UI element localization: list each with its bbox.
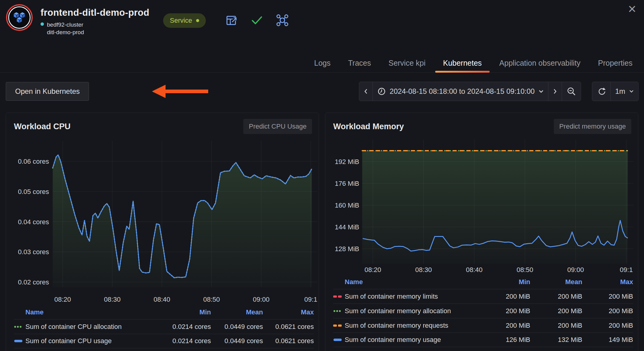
- time-range-button[interactable]: 2024-08-15 08:18:00 to 2024-08-15 09:10:…: [373, 82, 548, 101]
- tab-traces[interactable]: Traces: [348, 59, 371, 67]
- time-range-text: 2024-08-15 08:18:00 to 2024-08-15 09:10:…: [390, 87, 535, 96]
- svg-text:0.02 cores: 0.02 cores: [18, 278, 49, 286]
- magnifier-minus-icon: [567, 87, 576, 96]
- series-min: 200 MiB: [477, 322, 530, 330]
- legend-header-row: NameMinMeanMax: [14, 305, 314, 319]
- topology-map-icon[interactable]: [276, 14, 289, 27]
- tab-kubernetes[interactable]: Kubernetes: [443, 59, 482, 67]
- service-logo: [6, 4, 33, 31]
- memory-legend-table: NameMinMeanMaxSum of container memory li…: [325, 275, 638, 347]
- tab-service-kpi[interactable]: Service kpi: [389, 59, 426, 67]
- svg-text:08:50: 08:50: [203, 296, 220, 303]
- tab-application-observability[interactable]: Application observability: [499, 59, 580, 67]
- series-max: 200 MiB: [582, 307, 633, 315]
- series-min: 0.0214 cores: [158, 323, 211, 331]
- legend-col-min: Min: [158, 308, 211, 316]
- memory-chart[interactable]: 08:2008:3008:4008:5009:0009:1192 MiB176 …: [325, 136, 638, 275]
- cluster-subtitle: bedf92-cluster ditl-demo-prod: [41, 21, 149, 36]
- svg-text:09:00: 09:00: [253, 296, 269, 303]
- series-mean: 0.0449 cores: [211, 323, 263, 331]
- refresh-icon: [597, 87, 606, 96]
- series-max: 200 MiB: [582, 293, 633, 300]
- series-swatch-dots-green: [333, 309, 345, 313]
- cluster-status-dot: [41, 22, 44, 26]
- health-check-icon: [251, 15, 263, 25]
- series-mean: 200 MiB: [530, 293, 582, 300]
- predict-memory-usage-button[interactable]: Predict memory usage: [554, 119, 631, 134]
- cpu-panel-title: Workload CPU: [14, 122, 71, 131]
- svg-text:144 MiB: 144 MiB: [335, 223, 359, 231]
- svg-text:09:1: 09:1: [620, 266, 633, 274]
- legend-row[interactable]: Sum of container memory usage126 MiB132 …: [333, 333, 633, 347]
- series-min: 126 MiB: [477, 336, 530, 344]
- legend-col-mean: Mean: [530, 278, 582, 286]
- svg-text:0.03 cores: 0.03 cores: [18, 248, 49, 256]
- legend-row[interactable]: Sum of container CPU usage0.0214 cores0.…: [14, 334, 314, 348]
- workload-cpu-panel: Workload CPU Predict CPU Usage 08:2008:3…: [6, 113, 319, 351]
- series-mean: 132 MiB: [530, 336, 582, 344]
- tab-properties[interactable]: Properties: [598, 59, 632, 67]
- legend-col-name: Name: [345, 278, 477, 286]
- close-icon[interactable]: ×: [628, 2, 636, 16]
- series-name: Sum of container memory allocation: [345, 307, 477, 315]
- workload-memory-panel: Workload Memory Predict memory usage 08:…: [325, 113, 638, 351]
- page-title: frontend-ditl-demo-prod: [41, 7, 149, 18]
- badge-status-dot: [196, 19, 199, 22]
- cpu-chart[interactable]: 08:2008:3008:4008:5009:0009:10.06 cores0…: [6, 136, 319, 305]
- series-swatch-dash-orange: [333, 324, 345, 327]
- time-shift-forward-button[interactable]: [548, 82, 562, 101]
- svg-text:176 MiB: 176 MiB: [335, 180, 359, 187]
- chevron-down-icon: [629, 90, 634, 93]
- svg-text:09:1: 09:1: [304, 296, 317, 303]
- series-swatch-dash-red: [333, 295, 345, 298]
- svg-text:08:50: 08:50: [517, 266, 533, 274]
- annotation-arrow-icon: [151, 83, 209, 100]
- cluster-name: bedf92-cluster: [47, 21, 84, 28]
- legend-row[interactable]: Sum of container memory limits200 MiB200…: [333, 289, 633, 303]
- series-swatch-dots-green: [14, 325, 25, 329]
- svg-text:0.04 cores: 0.04 cores: [18, 218, 49, 226]
- tab-bar: LogsTracesService kpiKubernetesApplicati…: [0, 45, 644, 73]
- service-type-badge: Service: [163, 13, 205, 28]
- open-in-kubernetes-button[interactable]: Open in Kubernetes: [6, 82, 89, 101]
- time-shift-back-button[interactable]: [359, 82, 373, 101]
- series-mean: 0.0449 cores: [211, 337, 263, 345]
- legend-row[interactable]: Sum of container memory requests200 MiB2…: [333, 318, 633, 333]
- svg-text:08:30: 08:30: [104, 296, 120, 303]
- zoom-out-time-button[interactable]: [562, 82, 581, 101]
- refresh-button[interactable]: [592, 82, 610, 101]
- series-max: 0.0621 cores: [263, 323, 314, 331]
- tab-logs[interactable]: Logs: [314, 59, 330, 67]
- clock-icon: [377, 87, 386, 96]
- series-name: Sum of container memory requests: [345, 322, 477, 330]
- series-mean: 200 MiB: [530, 307, 582, 315]
- svg-text:08:20: 08:20: [364, 266, 381, 274]
- series-name: Sum of container CPU allocation: [25, 323, 158, 331]
- cpu-legend-table: NameMinMeanMaxSum of container CPU alloc…: [6, 305, 319, 348]
- svg-text:160 MiB: 160 MiB: [335, 202, 359, 209]
- time-range-picker: 2024-08-15 08:18:00 to 2024-08-15 09:10:…: [359, 82, 581, 101]
- svg-text:0.06 cores: 0.06 cores: [18, 158, 49, 165]
- badge-label: Service: [170, 17, 192, 25]
- series-max: 149 MiB: [582, 336, 633, 344]
- series-min: 200 MiB: [477, 307, 530, 315]
- series-max: 200 MiB: [582, 322, 633, 330]
- series-min: 200 MiB: [477, 293, 530, 300]
- svg-text:08:40: 08:40: [466, 266, 482, 274]
- refresh-interval-dropdown[interactable]: 1m: [610, 82, 638, 101]
- predict-cpu-usage-button[interactable]: Predict CPU Usage: [243, 119, 312, 134]
- refresh-interval-value: 1m: [615, 87, 625, 96]
- svg-text:128 MiB: 128 MiB: [335, 245, 359, 253]
- svg-text:09:00: 09:00: [567, 266, 584, 274]
- legend-row[interactable]: Sum of container memory allocation200 Mi…: [333, 303, 633, 318]
- svg-text:08:30: 08:30: [415, 266, 432, 274]
- dashboard-export-icon[interactable]: [226, 14, 238, 26]
- legend-row[interactable]: Sum of container CPU allocation0.0214 co…: [14, 319, 314, 334]
- toolbar: Open in Kubernetes 2024-08-15 08:18:00 t…: [0, 82, 644, 101]
- cubes-icon: [12, 10, 27, 25]
- legend-col-min: Min: [477, 278, 530, 286]
- memory-panel-title: Workload Memory: [333, 122, 404, 131]
- svg-text:08:40: 08:40: [153, 296, 170, 303]
- series-swatch-solid-blue: [14, 339, 25, 343]
- series-min: 0.0214 cores: [158, 337, 211, 345]
